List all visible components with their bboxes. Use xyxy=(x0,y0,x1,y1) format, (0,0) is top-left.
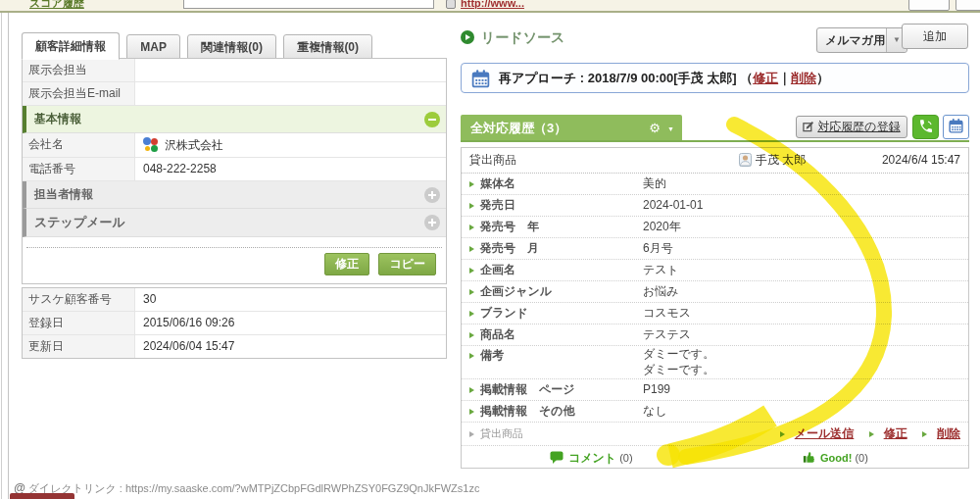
arrow-icon xyxy=(780,431,785,437)
history-tab-all[interactable]: 全対応履歴（3） ⚙ ▼ xyxy=(461,115,682,141)
calendar-icon xyxy=(948,118,964,134)
field-label: 更新日 xyxy=(23,335,135,358)
phone-number: 048-222-2258 xyxy=(135,158,446,180)
good-button[interactable]: Good!(0) xyxy=(803,450,868,465)
expand-plus-icon[interactable] xyxy=(424,187,440,203)
record-row: 企画名 テスト xyxy=(462,260,968,281)
record-person: 手茂 太郎 xyxy=(739,148,806,173)
send-mail-link[interactable]: メール送信 xyxy=(795,426,855,440)
field-value xyxy=(135,82,446,105)
record-row: 発売号 年 2020年 xyxy=(462,217,968,238)
register-history-button[interactable]: 対応履歴の登録 xyxy=(796,116,907,138)
frame-edge xyxy=(8,13,9,499)
row-label: 商品名 xyxy=(480,327,515,341)
phone-call-button[interactable] xyxy=(912,115,939,139)
history-tab-label: 全対応履歴（3） xyxy=(470,121,566,135)
record-row: 掲載情報 ページ P199 xyxy=(462,379,968,401)
reapproach-edit-link[interactable]: 修正 xyxy=(753,71,778,85)
record-header: 貸出商品 手茂 太郎 2024/6/4 15:47 xyxy=(462,148,968,174)
table-row: 会社名 沢株式会社 xyxy=(23,133,446,158)
row-value: テスト xyxy=(643,260,679,280)
frame-edge xyxy=(1,13,2,499)
score-history-link[interactable]: スコア履歴 xyxy=(29,0,84,11)
collapse-minus-icon[interactable] xyxy=(424,112,440,127)
comment-button[interactable]: コメント(0) xyxy=(550,450,633,467)
topbar-button[interactable] xyxy=(908,0,950,11)
tab-map[interactable]: MAP xyxy=(126,34,180,60)
record-row: 掲載情報 その他 なし xyxy=(462,401,968,423)
table-row: 電話番号 048-222-2258 xyxy=(23,158,446,181)
tab-customer-detail[interactable]: 顧客詳細情報 xyxy=(22,32,120,60)
gear-icon[interactable]: ⚙ xyxy=(649,115,661,141)
paren: （ xyxy=(740,71,753,85)
bottom-cropped-button xyxy=(10,493,74,499)
person-icon xyxy=(739,153,752,167)
direct-link-row: @ダイレクトリンク : https://my.saaske.com/?wMTPj… xyxy=(14,481,479,496)
separator: ｜ xyxy=(778,71,791,85)
arrow-icon xyxy=(469,431,474,437)
row-value: お悩み xyxy=(643,281,679,302)
row-label: 発売号 月 xyxy=(480,241,539,255)
section-title: ステップメール xyxy=(34,214,125,231)
section-contact-info[interactable]: 担当者情報 xyxy=(23,181,446,209)
mailmag-select[interactable]: メルマガ用 ▼ xyxy=(816,27,907,53)
lead-source-label[interactable]: リードソース xyxy=(481,29,564,45)
section-basic-info[interactable]: 基本情報 xyxy=(23,106,446,133)
topbar-button[interactable] xyxy=(956,0,980,11)
field-value: 沢株式会社 xyxy=(135,133,446,157)
calendar-button[interactable] xyxy=(943,115,969,139)
registered-date: 2015/06/16 09:26 xyxy=(135,312,446,334)
row-value: P199 xyxy=(643,379,670,400)
tab-duplicate-info[interactable]: 重複情報(0) xyxy=(283,34,372,60)
section-step-mail[interactable]: ステップメール xyxy=(23,209,446,237)
updated-date: 2024/06/04 15:47 xyxy=(135,335,446,358)
calendar-icon xyxy=(470,69,491,92)
arrow-icon xyxy=(469,409,474,415)
field-label: 展示会担当E-mail xyxy=(23,82,135,105)
row-label: 掲載情報 ページ xyxy=(480,382,575,396)
row-value: 2020年 xyxy=(643,217,681,237)
arrow-icon xyxy=(469,246,474,252)
separator: : xyxy=(117,482,125,494)
record-delete-link[interactable]: 削除 xyxy=(937,426,960,440)
add-button[interactable]: 追加 xyxy=(902,24,968,49)
thumbs-up-icon xyxy=(803,450,816,464)
google-search-icon[interactable] xyxy=(143,137,159,152)
edit-button[interactable]: 修正 xyxy=(324,253,369,275)
table-row: 展示会担当 xyxy=(23,59,446,82)
field-value xyxy=(135,59,446,81)
comment-bubble-icon xyxy=(550,451,564,464)
record-row: 媒体名 美的 xyxy=(462,174,968,195)
field-label: 展示会担当 xyxy=(23,59,135,81)
history-tab-underline xyxy=(461,140,969,142)
comment-label: コメント xyxy=(568,451,616,465)
chevron-down-icon[interactable]: ▼ xyxy=(667,116,674,142)
row-label: 発売日 xyxy=(480,198,515,212)
toolbar-input[interactable] xyxy=(183,0,434,9)
website-url-link[interactable]: http://www... xyxy=(461,0,524,9)
record-edit-link[interactable]: 修正 xyxy=(884,426,907,440)
direct-link-url[interactable]: https://my.saaske.com/?wMTPjZCbpFGdlRWPh… xyxy=(125,482,479,494)
copy-button[interactable]: コピー xyxy=(378,253,436,275)
record-action-bar: コメント(0) Good!(0) xyxy=(462,446,968,472)
table-row: 更新日 2024/06/04 15:47 xyxy=(23,335,446,358)
expand-plus-icon[interactable] xyxy=(424,215,440,230)
row-label: 掲載情報 その他 xyxy=(480,404,575,418)
tab-related-info[interactable]: 関連情報(0) xyxy=(187,34,276,60)
record-row: 商品名 テステス xyxy=(462,324,968,346)
top-toolbar: スコア履歴 http://www... xyxy=(0,0,980,13)
reapproach-delete-link[interactable]: 削除 xyxy=(791,71,816,85)
field-label: 電話番号 xyxy=(23,158,135,180)
row-value: 2024-01-01 xyxy=(643,195,703,216)
arrow-icon xyxy=(469,268,474,274)
record-row: 発売日 2024-01-01 xyxy=(462,195,968,217)
customer-tabs: 顧客詳細情報 MAP 関連情報(0) 重複情報(0) xyxy=(22,32,376,59)
row-value: 美的 xyxy=(643,174,666,194)
record-title: 貸出商品 xyxy=(469,153,516,167)
row-value: 6月号 xyxy=(643,238,673,259)
row-label: 発売号 年 xyxy=(480,220,539,233)
row-value: なし xyxy=(643,401,667,422)
arrow-icon xyxy=(469,387,474,393)
reapproach-text: 再アプローチ : 2018/7/9 00:00[手茂 太郎] xyxy=(499,71,737,85)
comment-count: (0) xyxy=(619,452,632,464)
